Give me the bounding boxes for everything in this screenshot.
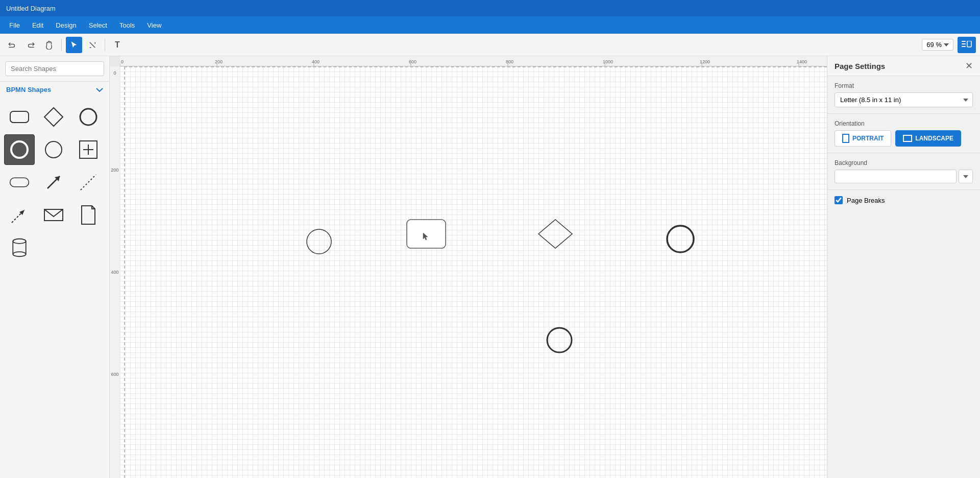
svg-point-7 <box>11 141 28 158</box>
canvas-inner[interactable] <box>120 66 827 478</box>
svg-point-45 <box>307 229 331 254</box>
svg-text:1400: 1400 <box>797 59 807 64</box>
shape-stadium[interactable] <box>4 167 35 198</box>
redo-button[interactable] <box>22 37 39 53</box>
search-shapes-input[interactable] <box>5 61 104 76</box>
bg-color-input[interactable] <box>835 170 957 183</box>
undo-button[interactable] <box>4 37 20 53</box>
svg-rect-3 <box>967 41 971 47</box>
shape-circle-thin[interactable] <box>38 134 69 165</box>
shape-diamond[interactable] <box>38 102 69 132</box>
page-boundary-top <box>124 66 827 67</box>
toolbar-sep-2 <box>105 39 105 51</box>
canvas-circle-bottom[interactable] <box>545 326 574 356</box>
menu-file[interactable]: File <box>4 19 25 31</box>
ruler-left-svg: 0 200 400 600 <box>110 66 120 478</box>
shapes-panel: BPMN Shapes <box>0 82 109 478</box>
shape-dotted-line[interactable] <box>73 167 104 198</box>
svg-point-22 <box>13 252 26 256</box>
ruler-left: 0 200 400 600 <box>110 66 120 478</box>
svg-text:0: 0 <box>113 70 116 76</box>
canvas-circle-1[interactable] <box>305 227 333 257</box>
svg-text:200: 200 <box>215 59 223 64</box>
svg-text:0: 0 <box>121 59 124 64</box>
right-panel: Page Settings ✕ Format Letter (8.5 in x … <box>827 56 980 478</box>
menu-bar: File Edit Design Select Tools View <box>0 16 980 34</box>
shape-rect-plus[interactable] <box>73 134 104 165</box>
shape-cylinder[interactable] <box>4 232 35 263</box>
hand-tool-button[interactable] <box>41 37 57 53</box>
svg-point-19 <box>13 239 26 244</box>
orientation-row: Orientation PORTRAIT LANDSCAPE <box>827 114 980 153</box>
canvas-area[interactable]: 0 200 400 600 800 1000 1200 1400 <box>110 56 827 478</box>
left-sidebar: BPMN Shapes <box>0 56 110 478</box>
canvas-rounded-rect[interactable] <box>406 219 447 251</box>
svg-marker-47 <box>538 220 572 248</box>
menu-design[interactable]: Design <box>51 19 81 31</box>
canvas-diamond[interactable] <box>537 219 573 251</box>
right-panel-header: Page Settings ✕ <box>827 56 980 76</box>
shape-circle-thick[interactable] <box>73 102 104 132</box>
title-bar: Untitled Diagram <box>0 0 980 16</box>
svg-marker-5 <box>44 108 63 126</box>
panel-title: Page Settings <box>835 62 885 70</box>
shape-arrow-diagonal[interactable] <box>38 167 69 198</box>
portrait-button[interactable]: PORTRAIT <box>835 130 891 147</box>
menu-view[interactable]: View <box>142 19 166 31</box>
panel-toggle-button[interactable] <box>958 37 976 53</box>
bpmn-category-header[interactable]: BPMN Shapes <box>0 82 109 98</box>
format-select[interactable]: Letter (8.5 in x 11 in) A4 (210 x 297 mm… <box>835 92 973 107</box>
menu-select[interactable]: Select <box>84 19 112 31</box>
main-layout: BPMN Shapes <box>0 56 980 478</box>
svg-rect-2 <box>962 46 966 47</box>
shape-arrow-dashed[interactable] <box>4 200 35 230</box>
bg-color-dropdown[interactable] <box>959 170 973 183</box>
page-breaks-checkbox[interactable] <box>835 196 843 204</box>
connector-button[interactable] <box>84 37 101 53</box>
canvas-container[interactable] <box>120 66 827 478</box>
zoom-value: 69 % <box>926 41 942 49</box>
ruler-top-svg: 0 200 400 600 800 1000 1200 1400 <box>120 56 827 66</box>
svg-rect-12 <box>10 178 29 187</box>
svg-text:800: 800 <box>506 59 513 64</box>
format-label: Format <box>835 82 973 89</box>
toolbar-right: 69 % <box>922 37 976 53</box>
svg-text:400: 400 <box>312 59 320 64</box>
svg-rect-0 <box>962 41 966 42</box>
search-shapes-container <box>0 56 109 82</box>
page-breaks-row: Page Breaks <box>827 190 980 210</box>
pointer-button[interactable] <box>66 37 82 53</box>
svg-text:600: 600 <box>111 372 118 377</box>
canvas-circle-bold[interactable] <box>665 224 696 256</box>
svg-rect-4 <box>10 111 29 123</box>
svg-point-6 <box>80 109 96 125</box>
shape-circle-bold-selected[interactable] <box>4 134 35 165</box>
landscape-label: LANDSCAPE <box>915 135 953 142</box>
app-title: Untitled Diagram <box>6 5 56 12</box>
shape-document[interactable] <box>73 200 104 230</box>
portrait-label: PORTRAIT <box>852 135 884 142</box>
svg-text:200: 200 <box>111 168 118 173</box>
svg-point-49 <box>547 328 572 352</box>
shape-rounded-rect[interactable] <box>4 102 35 132</box>
close-panel-button[interactable]: ✕ <box>965 61 973 70</box>
landscape-button[interactable]: LANDSCAPE <box>895 130 961 147</box>
svg-point-48 <box>667 226 694 252</box>
text-button[interactable]: T <box>109 37 126 53</box>
shape-grid <box>0 98 109 267</box>
toolbar: T 69 % <box>0 34 980 56</box>
page-breaks-label: Page Breaks <box>847 197 885 204</box>
background-label: Background <box>835 159 973 166</box>
ruler-top: 0 200 400 600 800 1000 1200 1400 <box>120 56 827 66</box>
svg-line-15 <box>81 175 96 190</box>
orientation-label: Orientation <box>835 120 973 127</box>
orientation-options: PORTRAIT LANDSCAPE <box>835 130 973 147</box>
menu-edit[interactable]: Edit <box>27 19 48 31</box>
portrait-icon <box>842 134 849 143</box>
svg-rect-1 <box>962 43 966 44</box>
zoom-control[interactable]: 69 % <box>922 39 953 51</box>
shape-envelope[interactable] <box>38 200 69 230</box>
menu-tools[interactable]: Tools <box>114 19 140 31</box>
svg-rect-23 <box>120 56 827 66</box>
svg-point-8 <box>45 141 62 158</box>
